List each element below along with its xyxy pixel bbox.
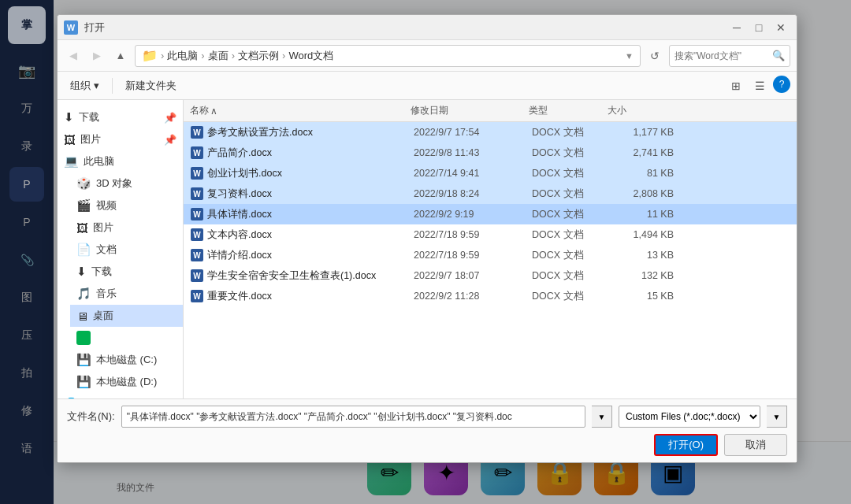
file-row-1[interactable]: W 产品简介.docx 2022/9/8 11:43 DOCX 文档 2,741… bbox=[184, 143, 797, 163]
file-row-0[interactable]: W 参考文献设置方法.docx 2022/9/7 17:54 DOCX 文档 1… bbox=[184, 122, 797, 143]
nav-video[interactable]: 🎬 视频 bbox=[70, 195, 183, 217]
file-size-4: 11 KB bbox=[611, 209, 674, 220]
maximize-button[interactable]: □ bbox=[749, 18, 768, 37]
documents-icon: 📄 bbox=[76, 243, 91, 257]
nav-desktop[interactable]: 🖥 桌面 bbox=[70, 305, 183, 327]
close-button[interactable]: ✕ bbox=[771, 18, 790, 37]
pin-icon: 📌 bbox=[164, 112, 177, 124]
pictures-icon: 🖼 bbox=[64, 133, 76, 146]
up-button[interactable]: ▲ bbox=[111, 46, 130, 65]
file-row-2[interactable]: W 创业计划书.docx 2022/7/14 9:41 DOCX 文档 81 K… bbox=[184, 163, 797, 183]
forward-button[interactable]: ▶ bbox=[87, 46, 106, 65]
file-date-7: 2022/9/7 18:07 bbox=[414, 270, 532, 281]
filetype-dropdown-btn[interactable]: ▼ bbox=[767, 406, 787, 428]
path-docs[interactable]: 文档示例 bbox=[238, 49, 279, 63]
nav-drive-c[interactable]: 💾 本地磁盘 (C:) bbox=[70, 349, 183, 371]
nav-download[interactable]: ⬇ 下载 📌 bbox=[58, 106, 183, 128]
download-icon: ⬇ bbox=[64, 110, 74, 124]
file-open-dialog: W 打开 ─ □ ✕ ◀ ▶ ▲ 📁 › 此电脑 › 桌面 › 文档示例 › W… bbox=[57, 14, 797, 463]
file-row-7[interactable]: W 学生安全宿舍安全卫生检查表(1).docx 2022/9/7 18:07 D… bbox=[184, 265, 797, 286]
col-header-name[interactable]: 名称 ∧ bbox=[190, 104, 411, 117]
file-type-6: DOCX 文档 bbox=[532, 249, 611, 262]
search-input[interactable] bbox=[674, 50, 769, 61]
filename-row: 文件名(N): ▼ Custom Files (*.doc;*.docx) ▼ bbox=[67, 406, 787, 428]
nav-network[interactable]: 🌐 网络 bbox=[58, 393, 183, 398]
pc-icon: 💻 bbox=[64, 154, 79, 169]
nav-images[interactable]: 🖼 图片 bbox=[70, 217, 183, 239]
cancel-button[interactable]: 取消 bbox=[724, 434, 787, 456]
file-name-6: 详情介绍.docx bbox=[207, 249, 414, 262]
toolbar-separator bbox=[112, 78, 113, 94]
nav-downloads[interactable]: ⬇ 下载 bbox=[70, 261, 183, 283]
file-date-0: 2022/9/7 17:54 bbox=[414, 127, 532, 138]
file-size-6: 13 KB bbox=[611, 250, 674, 261]
help-button[interactable]: ? bbox=[773, 76, 790, 93]
file-icon-3: W bbox=[190, 187, 204, 201]
address-bar: ◀ ▶ ▲ 📁 › 此电脑 › 桌面 › 文档示例 › Word文档 ▼ ↺ 🔍 bbox=[58, 40, 797, 72]
file-icon-0: W bbox=[190, 125, 204, 139]
file-size-1: 2,741 KB bbox=[611, 147, 674, 158]
path-desktop[interactable]: 桌面 bbox=[208, 49, 229, 63]
nav-drive-d[interactable]: 💾 本地磁盘 (D:) bbox=[70, 371, 183, 393]
path-word[interactable]: Word文档 bbox=[288, 49, 333, 63]
file-type-5: DOCX 文档 bbox=[532, 228, 611, 242]
content-area: ⬇ 下载 📌 🖼 图片 📌 💻 此电脑 🎲 3D 对象 🎬 视频 bbox=[58, 100, 797, 398]
file-name-0: 参考文献设置方法.docx bbox=[207, 126, 414, 139]
col-header-size[interactable]: 大小 bbox=[608, 104, 671, 117]
minimize-button[interactable]: ─ bbox=[727, 18, 746, 37]
file-size-2: 81 KB bbox=[611, 168, 674, 179]
col-header-type[interactable]: 类型 bbox=[529, 104, 608, 117]
desktop-icon: 🖥 bbox=[76, 309, 88, 323]
view-toggle-button[interactable]: ⊞ bbox=[726, 76, 746, 96]
path-computer[interactable]: 此电脑 bbox=[167, 49, 198, 63]
organize-button[interactable]: 组织 ▾ bbox=[64, 76, 106, 96]
3d-icon: 🎲 bbox=[76, 176, 91, 191]
filetype-select[interactable]: Custom Files (*.doc;*.docx) bbox=[619, 406, 760, 428]
file-size-0: 1,177 KB bbox=[611, 127, 674, 138]
search-icon: 🔍 bbox=[772, 50, 785, 61]
file-type-1: DOCX 文档 bbox=[532, 146, 611, 160]
file-row-5[interactable]: W 文本内容.docx 2022/7/18 9:59 DOCX 文档 1,494… bbox=[184, 224, 797, 245]
file-name-2: 创业计划书.docx bbox=[207, 167, 414, 180]
file-row-4[interactable]: W 具体详情.docx 2022/9/2 9:19 DOCX 文档 11 KB bbox=[184, 204, 797, 224]
images-icon: 🖼 bbox=[76, 221, 88, 235]
nav-app-icon[interactable] bbox=[70, 327, 183, 349]
file-type-8: DOCX 文档 bbox=[532, 290, 611, 303]
file-name-4: 具体详情.docx bbox=[207, 208, 414, 221]
file-date-8: 2022/9/2 11:28 bbox=[414, 291, 532, 302]
col-header-date[interactable]: 修改日期 bbox=[411, 104, 529, 117]
nav-music[interactable]: 🎵 音乐 bbox=[70, 283, 183, 305]
file-type-4: DOCX 文档 bbox=[532, 208, 611, 221]
new-folder-button[interactable]: 新建文件夹 bbox=[119, 76, 183, 96]
file-size-8: 15 KB bbox=[611, 291, 674, 302]
open-button[interactable]: 打开(O) bbox=[654, 434, 718, 456]
file-row-3[interactable]: W 复习资料.docx 2022/9/18 8:24 DOCX 文档 2,808… bbox=[184, 183, 797, 204]
path-dropdown-icon: ▼ bbox=[625, 51, 634, 61]
file-type-2: DOCX 文档 bbox=[532, 167, 611, 180]
nav-pictures[interactable]: 🖼 图片 📌 bbox=[58, 128, 183, 150]
file-icon-4: W bbox=[190, 207, 204, 221]
file-date-6: 2022/7/18 9:59 bbox=[414, 250, 532, 261]
filename-input[interactable] bbox=[121, 406, 585, 428]
file-date-4: 2022/9/2 9:19 bbox=[414, 209, 532, 220]
file-row-6[interactable]: W 详情介绍.docx 2022/7/18 9:59 DOCX 文档 13 KB bbox=[184, 245, 797, 265]
file-icon-2: W bbox=[190, 166, 204, 180]
file-name-3: 复习资料.docx bbox=[207, 187, 414, 201]
file-type-7: DOCX 文档 bbox=[532, 269, 611, 283]
nav-documents[interactable]: 📄 文档 bbox=[70, 239, 183, 261]
refresh-button[interactable]: ↺ bbox=[645, 46, 664, 65]
file-list-header: 名称 ∧ 修改日期 类型 大小 bbox=[184, 100, 797, 122]
file-date-5: 2022/7/18 9:59 bbox=[414, 229, 532, 240]
view-details-button[interactable]: ☰ bbox=[749, 76, 770, 96]
toolbar-right: ⊞ ☰ ? bbox=[726, 76, 790, 96]
nav-3d-objects[interactable]: 🎲 3D 对象 bbox=[70, 172, 183, 195]
address-path[interactable]: 📁 › 此电脑 › 桌面 › 文档示例 › Word文档 ▼ bbox=[135, 45, 641, 67]
search-box[interactable]: 🔍 bbox=[669, 45, 790, 67]
back-button[interactable]: ◀ bbox=[64, 46, 83, 65]
folder-icon: 📁 bbox=[142, 48, 158, 63]
nav-this-pc[interactable]: 💻 此电脑 bbox=[58, 150, 183, 172]
action-row: 打开(O) 取消 bbox=[67, 434, 787, 456]
filename-dropdown-btn[interactable]: ▼ bbox=[592, 406, 612, 428]
file-size-3: 2,808 KB bbox=[611, 188, 674, 199]
file-row-8[interactable]: W 重要文件.docx 2022/9/2 11:28 DOCX 文档 15 KB bbox=[184, 286, 797, 306]
